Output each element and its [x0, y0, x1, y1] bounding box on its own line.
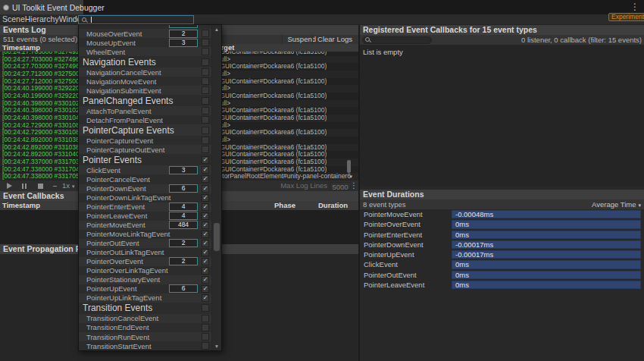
event-filter-group[interactable]: Pointer Events✓ — [79, 154, 212, 165]
clear-logs-button[interactable]: Clear Logs — [312, 35, 357, 44]
event-search-input[interactable] — [78, 15, 194, 24]
pause-button[interactable] — [20, 180, 28, 191]
checkbox[interactable]: ✓ — [202, 267, 209, 275]
event-duration-row[interactable]: PointerOverEvent0ms — [360, 219, 644, 229]
event-filter-item[interactable]: PointerLeaveEvent4✓ — [79, 212, 212, 221]
checkbox[interactable] — [202, 77, 209, 85]
event-filter-item[interactable]: MouseUpEvent3 — [79, 38, 212, 47]
checkbox[interactable] — [202, 58, 209, 66]
checkbox[interactable]: ✓ — [202, 258, 209, 265]
checkbox[interactable]: ✓ — [202, 203, 209, 211]
event-filter-item[interactable]: PointerDownLinkTagEvent✓ — [79, 193, 212, 202]
event-filter-item[interactable]: NavigationSubmitEvent — [79, 86, 212, 95]
checkbox[interactable]: ✓ — [202, 194, 209, 202]
checkbox[interactable]: ✓ — [202, 249, 209, 256]
log-options-icon[interactable]: ⋮ — [350, 180, 358, 191]
event-filter-item[interactable]: PointerEnterEvent4✓ — [79, 202, 212, 212]
checkbox[interactable]: ✓ — [202, 231, 209, 238]
event-filter-item[interactable]: TransitionRunEvent — [79, 332, 212, 341]
event-filter-item[interactable]: PointerUpLinkTagEvent✓ — [79, 294, 212, 303]
checkbox[interactable] — [202, 324, 209, 331]
step-button[interactable] — [52, 180, 58, 191]
event-filter-item[interactable]: NavigationCancelEvent — [79, 67, 212, 77]
checkbox[interactable] — [202, 48, 209, 55]
stop-button[interactable] — [36, 180, 44, 191]
checkbox[interactable] — [202, 137, 209, 144]
dropdown-scrollbar[interactable]: ▲ ▼ — [211, 25, 221, 350]
callbacks-search-input[interactable] — [362, 36, 432, 44]
event-filter-item[interactable]: PointerUpEvent6✓ — [79, 284, 212, 294]
chevron-down-icon[interactable]: ▾ — [349, 173, 352, 180]
event-filter-item[interactable]: DetachFromPanelEvent — [79, 115, 212, 124]
event-filter-item[interactable]: PointerOutEvent2✓ — [79, 239, 212, 248]
checkbox[interactable] — [202, 86, 209, 94]
event-timestamp: [00:24:42.892000 #331038 — [2, 137, 80, 144]
checkbox[interactable] — [202, 97, 209, 105]
checkbox[interactable] — [202, 333, 209, 341]
event-filter-item[interactable]: PointerOverEvent2✓ — [79, 257, 212, 266]
event-filter-item[interactable]: WheelEvent — [79, 47, 212, 56]
panel-picker-label: SceneHierarchyWindow — [2, 14, 87, 24]
checkbox[interactable]: ✓ — [202, 221, 209, 229]
event-filter-group[interactable]: PanelChanged Events — [79, 95, 212, 106]
event-duration-row[interactable]: PointerEnterEvent0ms — [360, 230, 644, 240]
checkbox[interactable]: ✓ — [202, 294, 209, 302]
event-duration-row[interactable]: PointerOutEvent0ms — [360, 270, 644, 280]
event-filter-item[interactable]: PointerCaptureOutEvent — [79, 145, 212, 154]
checkbox[interactable] — [202, 127, 209, 134]
event-filter-item[interactable]: MouseOverEvent2 — [79, 29, 212, 38]
playback-speed-dropdown[interactable]: 1x▾ — [62, 180, 75, 191]
event-filter-item[interactable]: PointerOverLinkTagEvent✓ — [79, 266, 212, 275]
checkbox[interactable] — [202, 39, 209, 46]
target-list-scrollbar-thumb[interactable] — [347, 160, 351, 173]
event-filter-item[interactable]: PointerCancelEvent✓ — [79, 174, 212, 184]
checkbox[interactable] — [202, 342, 209, 350]
checkbox[interactable]: ✓ — [202, 185, 209, 193]
checkbox[interactable]: ✓ — [202, 166, 209, 174]
checkbox[interactable] — [202, 116, 209, 124]
event-filter-item[interactable]: TransitionEndEvent — [79, 323, 212, 332]
checkbox[interactable]: ✓ — [202, 276, 209, 284]
dropdown-scrollbar-thumb[interactable] — [214, 223, 220, 251]
duration-sort-dropdown[interactable]: Average Time▾ — [592, 199, 641, 210]
scroll-up-icon[interactable]: ▲ — [212, 25, 221, 33]
event-duration-row[interactable]: ClickEvent0ms — [360, 259, 644, 269]
event-duration-row[interactable]: PointerLeaveEvent0ms — [360, 280, 644, 290]
event-filter-item[interactable]: PointerOutLinkTagEvent✓ — [79, 248, 212, 257]
event-filter-group[interactable]: Transition Events — [79, 303, 212, 314]
event-filter-item[interactable]: ClickEvent3✓ — [79, 165, 212, 174]
checkbox[interactable] — [202, 107, 209, 115]
event-filter-item[interactable]: PointerMoveLinkTagEvent✓ — [79, 230, 212, 239]
checkbox[interactable]: ✓ — [202, 285, 209, 293]
event-filter-item[interactable]: PointerMoveEvent484✓ — [79, 221, 212, 230]
event-filter-group[interactable]: PointerCapture Events — [79, 124, 212, 136]
event-filter-label: PointerCaptureEvent — [86, 137, 153, 145]
checkbox[interactable] — [202, 30, 209, 37]
checkbox[interactable]: ✓ — [202, 175, 209, 183]
window-tab[interactable]: UI Toolkit Event Debugger — [0, 0, 83, 14]
event-filter-item[interactable]: TransitionCancelEvent — [79, 314, 212, 323]
checkbox[interactable]: ✓ — [202, 156, 209, 164]
event-filter-item[interactable]: TransitionStartEvent — [79, 341, 212, 350]
event-filter-group[interactable]: Navigation Events — [79, 56, 212, 67]
event-filter-label: Pointer Events — [83, 155, 142, 165]
checkbox[interactable] — [202, 68, 209, 76]
scroll-down-icon[interactable]: ▼ — [212, 342, 221, 350]
event-duration-row[interactable]: PointerDownEvent-0.00017ms — [360, 240, 644, 250]
play-button[interactable] — [5, 180, 14, 191]
event-filter-item[interactable]: PointerStationaryEvent✓ — [79, 275, 212, 284]
event-filter-item[interactable]: PointerDownEvent6✓ — [79, 184, 212, 193]
checkbox[interactable]: ✓ — [202, 240, 209, 247]
event-filter-item[interactable]: NavigationMoveEvent — [79, 77, 212, 86]
event-filter-item[interactable]: PointerCaptureEvent — [79, 136, 212, 145]
checkbox[interactable] — [202, 315, 209, 322]
event-filter-item[interactable]: AttachToPanelEvent — [79, 106, 212, 115]
event-filter-label: PointerMoveEvent — [86, 221, 145, 229]
checkbox[interactable] — [202, 146, 209, 153]
event-duration-row[interactable]: PointerUpEvent-0.00017ms — [360, 250, 644, 259]
checkbox[interactable]: ✓ — [202, 212, 209, 220]
checkbox[interactable] — [202, 304, 209, 312]
window-menu-icon[interactable]: ⋮ — [630, 1, 639, 14]
event-duration-row[interactable]: PointerMoveEvent-0.00048ms — [360, 209, 644, 219]
max-log-lines-field[interactable]: 5000 — [330, 182, 351, 190]
